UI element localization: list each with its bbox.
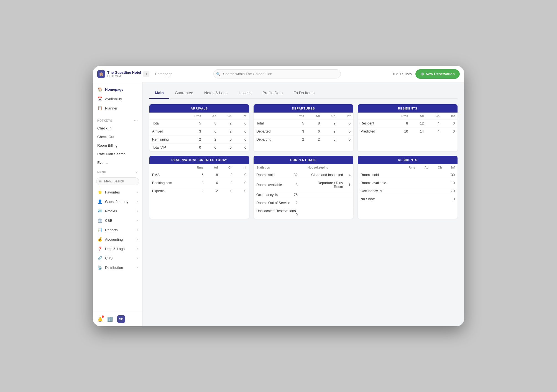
- res-col-ch: Ch: [221, 164, 235, 171]
- table-row: Resident 8 12 4 0: [358, 119, 458, 128]
- distribution-arrow-icon: ›: [137, 266, 138, 269]
- sidebar-item-accounting[interactable]: 💰 Accounting ›: [93, 235, 142, 244]
- search-wrapper: [213, 69, 341, 78]
- sidebar-item-planner[interactable]: 📋 Planner: [93, 103, 142, 113]
- departures-card: DEPARTURES Rms Ad Ch Inf: [254, 104, 353, 151]
- residents-col-ch: Ch: [426, 113, 442, 119]
- tab-to-do-items[interactable]: To Do Items: [288, 88, 320, 99]
- search-input[interactable]: [213, 69, 341, 78]
- departures-table: Rms Ad Ch Inf Total 5 8: [254, 113, 353, 143]
- topbar-left: 🏨 The Guestline Hotel GLDEMOA ‹: [97, 70, 149, 78]
- tab-main[interactable]: Main: [149, 88, 169, 99]
- table-row: Total VIP 0 0 0 0: [149, 144, 249, 152]
- table-row: Rooms sold 30: [358, 171, 458, 179]
- crs-arrow-icon: ›: [137, 256, 138, 260]
- table-row: Departing 2 2 0 0: [254, 136, 353, 144]
- res-col-ad: Ad: [206, 164, 221, 171]
- res-col-label: [149, 164, 188, 171]
- residents-col-ad: Ad: [411, 113, 426, 119]
- departures-col-ch: Ch: [323, 113, 338, 119]
- sidebar-item-help-logs[interactable]: ❓ Help & Logs ›: [93, 244, 142, 253]
- res-col-rms: Rms: [188, 164, 206, 171]
- help-button[interactable]: ℹ️: [107, 317, 113, 322]
- sidebar-item-homepage-label: Homepage: [105, 87, 123, 91]
- res-col-inf: Inf: [235, 164, 249, 171]
- favorites-arrow-icon: ›: [137, 190, 138, 194]
- date-display: Tue 17, May: [392, 72, 412, 76]
- residents-top-table: Rms Ad Ch Inf Resident 8 12: [358, 113, 458, 135]
- table-row: Rooms sold32 Clean and Inspected 4: [254, 171, 353, 179]
- residents-col-label: [358, 113, 391, 119]
- hotkey-check-in[interactable]: Check In: [93, 124, 142, 133]
- table-row: No Show 0: [358, 195, 458, 203]
- current-date-header: CURRENT DATE: [254, 156, 353, 164]
- menu-search-input[interactable]: [96, 177, 139, 185]
- tab-profile-data[interactable]: Profile Data: [257, 88, 288, 99]
- menu-chevron-icon[interactable]: ∨: [135, 170, 138, 174]
- departures-col-ad: Ad: [307, 113, 323, 119]
- hotel-info: The Guestline Hotel GLDEMOA: [107, 70, 141, 78]
- tab-notes-logs[interactable]: Notes & Logs: [199, 88, 233, 99]
- device-frame: 🏨 The Guestline Hotel GLDEMOA ‹ Homepage…: [93, 66, 464, 326]
- sidebar-item-profiles[interactable]: 🪪 Profiles ›: [93, 206, 142, 216]
- reservations-today-table: Rms Ad Ch Inf PMS 5 8: [149, 164, 249, 195]
- new-reservation-button[interactable]: New Reservation: [415, 69, 460, 79]
- current-date-card: CURRENT DATE Statistics Housekeeping: [254, 156, 353, 219]
- menu-section-label: MENU ∨: [93, 167, 142, 175]
- housekeeping-val-header: [346, 164, 353, 171]
- residents-col-rms: Rms: [391, 113, 411, 119]
- sidebar-item-guest-journey[interactable]: 👤 Guest Journey ›: [93, 197, 142, 206]
- arrivals-col-inf: Inf: [234, 113, 249, 119]
- sidebar-item-favorites[interactable]: ⭐ Favorites ›: [93, 187, 142, 197]
- menu-search-wrapper: [96, 177, 139, 185]
- dashboard-grid: ARRIVALS Rms Ad Ch Inf: [149, 104, 458, 219]
- residents-bottom-header: RESIDENTS: [358, 156, 458, 164]
- reservations-today-header: RESERVATIONS CREATED TODAY: [149, 156, 249, 164]
- reports-icon: 📊: [97, 228, 102, 232]
- table-row: Total 5 8 2 0: [149, 119, 249, 128]
- hotkey-check-out[interactable]: Check Out: [93, 133, 142, 141]
- user-avatar[interactable]: SP: [117, 315, 125, 323]
- sidebar-item-homepage[interactable]: 🏠 Homepage: [93, 85, 142, 94]
- stats-col-header: Statistics: [254, 164, 305, 171]
- menu-search-container: [93, 175, 142, 187]
- arrivals-col-ch: Ch: [219, 113, 234, 119]
- arrivals-col-rms: Rms: [185, 113, 204, 119]
- table-row: Predicted 10 14 4 0: [358, 128, 458, 136]
- table-row: Remaining 2 2 0 0: [149, 136, 249, 144]
- departures-col-rms: Rms: [287, 113, 307, 119]
- table-row: Occupancy % 70: [358, 187, 458, 195]
- table-row: Rooms Out of Service2: [254, 199, 353, 207]
- res-bottom-col-ch: Ch: [431, 164, 444, 171]
- hotkey-events[interactable]: Events: [93, 158, 142, 167]
- cnb-icon: 🏛️: [97, 218, 102, 223]
- hotkeys-more-icon[interactable]: ⋯: [134, 118, 138, 123]
- sidebar-item-reports[interactable]: 📊 Reports ›: [93, 225, 142, 235]
- hotkey-room-billing[interactable]: Room Billing: [93, 141, 142, 150]
- sidebar-item-cnb[interactable]: 🏛️ C&B ›: [93, 216, 142, 225]
- notifications-button[interactable]: 🔔: [97, 317, 103, 322]
- breadcrumb: Homepage: [153, 72, 186, 76]
- residents-top-card: RESIDENTS Rms Ad Ch Inf: [358, 104, 458, 151]
- favorites-icon: ⭐: [97, 190, 102, 194]
- sidebar-item-distribution[interactable]: 📡 Distribution ›: [93, 263, 142, 272]
- sidebar-item-availability[interactable]: 📅 Availability: [93, 94, 142, 103]
- res-bottom-col-label: [358, 164, 401, 171]
- res-bottom-col-ad: Ad: [418, 164, 431, 171]
- reservations-today-card: RESERVATIONS CREATED TODAY Rms Ad Ch Inf: [149, 156, 249, 219]
- tab-upsells[interactable]: Upsells: [233, 88, 257, 99]
- res-bottom-col-rms: Rms: [401, 164, 418, 171]
- topbar: 🏨 The Guestline Hotel GLDEMOA ‹ Homepage…: [93, 66, 464, 82]
- sidebar-item-crs[interactable]: 🔗 CRS ›: [93, 253, 142, 263]
- arrivals-header: ARRIVALS: [149, 104, 249, 113]
- departures-col-inf: Inf: [338, 113, 353, 119]
- housekeeping-col-header: Housekeeping: [305, 164, 346, 171]
- hotkey-rate-plan-search[interactable]: Rate Plan Search: [93, 150, 142, 158]
- table-row: Unallocated Reservations0: [254, 207, 353, 219]
- tab-guarantee[interactable]: Guarantee: [169, 88, 199, 99]
- departures-header: DEPARTURES: [254, 104, 353, 113]
- collapse-sidebar-button[interactable]: ‹: [143, 71, 149, 77]
- current-date-table: Statistics Housekeeping Rooms sold32 Cle…: [254, 164, 353, 219]
- guest-journey-arrow-icon: ›: [137, 200, 138, 203]
- table-row: Departed 3 6 2 0: [254, 128, 353, 136]
